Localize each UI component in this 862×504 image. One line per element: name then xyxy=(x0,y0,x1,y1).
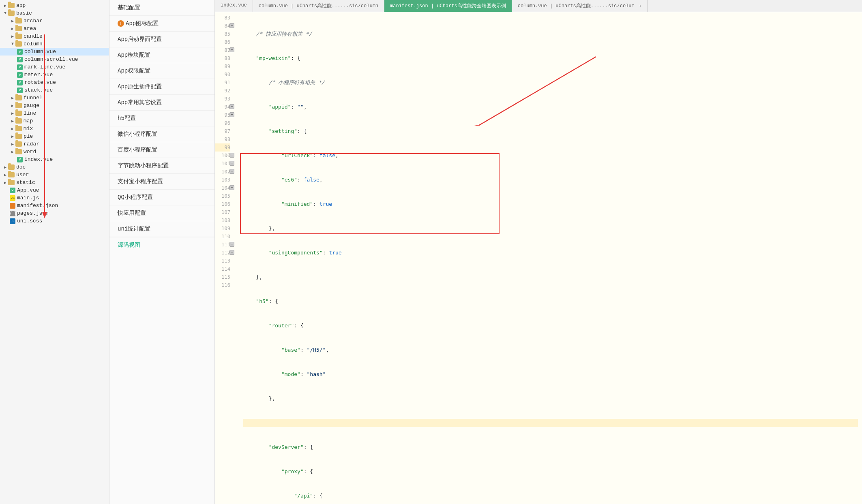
sidebar-item-uni-scss[interactable]: S uni.scss xyxy=(0,217,109,225)
sidebar-item-meter-vue[interactable]: V meter.vue xyxy=(0,71,109,79)
config-item-qq[interactable]: QQ小程序配置 xyxy=(109,190,214,205)
sidebar-item-funnel[interactable]: ▶ funnel xyxy=(0,94,109,102)
config-item-app-module[interactable]: App模块配置 xyxy=(109,47,214,63)
sidebar-item-line[interactable]: ▶ line xyxy=(0,109,109,117)
tab-bar[interactable]: index.vue column.vue | uCharts高性能......s… xyxy=(215,0,862,12)
sidebar-item-column-scroll-vue[interactable]: V column-scroll.vue xyxy=(0,56,109,63)
fold-icon-84[interactable]: − xyxy=(229,23,234,28)
chevron-right-icon: ▶ xyxy=(2,180,8,185)
sidebar-item-map[interactable]: ▶ map xyxy=(0,117,109,125)
config-item-baidu[interactable]: 百度小程序配置 xyxy=(109,142,214,158)
sidebar-item-pages-json[interactable]: { } pages.json xyxy=(0,209,109,217)
sidebar-item-label: area xyxy=(24,26,36,32)
config-panel[interactable]: 基础配置 ! App图标配置 App启动界面配置 App模块配置 App权限配置… xyxy=(109,0,215,504)
sidebar-item-pie[interactable]: ▶ pie xyxy=(0,132,109,140)
code-key: "devServer" xyxy=(269,444,304,450)
vue-file-icon: V xyxy=(17,157,23,162)
sidebar-item-mark-line-vue[interactable]: V mark-line.vue xyxy=(0,63,109,71)
fold-icon-100[interactable]: − xyxy=(229,153,234,158)
config-item-app-other[interactable]: App常用其它设置 xyxy=(109,95,214,111)
fold-icon-101[interactable]: − xyxy=(229,161,234,166)
sidebar-item-index-vue[interactable]: V index.vue xyxy=(0,156,109,163)
config-item-app-native[interactable]: App原生插件配置 xyxy=(109,79,214,95)
folder-icon xyxy=(8,3,15,8)
sidebar-item-main-js[interactable]: JS main.js xyxy=(0,194,109,202)
line-num-92: 92 xyxy=(215,87,230,95)
sidebar-item-column-vue[interactable]: V column.vue xyxy=(0,48,109,56)
line-num-97: 97 xyxy=(215,127,230,135)
line-num-91: 91 xyxy=(215,79,230,87)
config-item-wechat[interactable]: 微信小程序配置 xyxy=(109,126,214,142)
fold-icon-104[interactable]: − xyxy=(229,185,234,190)
sidebar-item-label: uni.scss xyxy=(17,218,42,224)
code-line-93: }, xyxy=(243,273,858,281)
line-num-89: 89 xyxy=(215,62,230,70)
line-num-100[interactable]: 100− xyxy=(215,152,230,160)
line-num-101[interactable]: 101− xyxy=(215,160,230,168)
line-num-111[interactable]: 111− xyxy=(215,241,230,249)
sidebar-item-app-vue[interactable]: V App.vue xyxy=(0,186,109,194)
config-item-uni-stats[interactable]: uni统计配置 xyxy=(109,221,214,237)
line-num-84[interactable]: 84− xyxy=(215,22,230,30)
fold-icon-95[interactable]: − xyxy=(229,112,234,117)
code-bool: false xyxy=(319,152,335,158)
code-key: "appid" xyxy=(269,104,291,110)
fold-icon-94[interactable]: − xyxy=(229,104,234,109)
line-num-87[interactable]: 87− xyxy=(215,46,230,54)
source-view-link[interactable]: 源码视图 xyxy=(109,237,214,253)
folder-icon xyxy=(15,126,22,131)
sidebar-item-rotate-vue[interactable]: V rotate.vue xyxy=(0,79,109,86)
config-item-label: h5配置 xyxy=(118,115,136,122)
sidebar-item-mix[interactable]: ▶ mix xyxy=(0,125,109,132)
config-item-label: 字节跳动小程序配置 xyxy=(118,162,169,169)
sidebar-item-candle[interactable]: ▶ candle xyxy=(0,32,109,40)
sidebar-item-manifest-json[interactable]: manifest.json xyxy=(0,202,109,209)
fold-icon-112[interactable]: − xyxy=(229,250,234,255)
folder-icon xyxy=(15,103,22,108)
chevron-right-icon: ▶ xyxy=(10,103,15,108)
code-line-86: "appid": "", xyxy=(243,103,858,111)
sidebar-item-stack-vue[interactable]: V stack.vue xyxy=(0,86,109,94)
sidebar-item-area[interactable]: ▶ area xyxy=(0,25,109,32)
fold-icon-87[interactable]: − xyxy=(229,47,234,52)
config-item-label: App原生插件配置 xyxy=(118,83,162,90)
config-item-app-permission[interactable]: App权限配置 xyxy=(109,63,214,79)
config-item-quickapp[interactable]: 快应用配置 xyxy=(109,205,214,221)
line-num-94[interactable]: 94− xyxy=(215,103,230,111)
code-line-89: "es6": false, xyxy=(243,176,858,184)
config-item-app-icon[interactable]: ! App图标配置 xyxy=(109,16,214,32)
config-item-h5[interactable]: h5配置 xyxy=(109,111,214,126)
sidebar-item-column[interactable]: ▼ column xyxy=(0,40,109,48)
line-num-104[interactable]: 104− xyxy=(215,184,230,192)
sidebar-item-user[interactable]: ▶ user xyxy=(0,171,109,179)
tab-index-vue[interactable]: index.vue xyxy=(215,0,253,12)
sidebar-item-static[interactable]: ▶ static xyxy=(0,179,109,186)
line-num-112[interactable]: 112− xyxy=(215,249,230,257)
config-item-bytedance[interactable]: 字节跳动小程序配置 xyxy=(109,158,214,174)
config-item-app-launch[interactable]: App启动界面配置 xyxy=(109,32,214,47)
tab-column-vue-2[interactable]: column.vue | uCharts高性能......sic/colum › xyxy=(512,0,648,12)
line-num-95[interactable]: 95− xyxy=(215,111,230,119)
code-editor[interactable]: index.vue column.vue | uCharts高性能......s… xyxy=(215,0,862,504)
config-item-basic[interactable]: 基础配置 xyxy=(109,0,214,16)
sidebar-item-doc[interactable]: ▶ doc xyxy=(0,163,109,171)
line-num-102[interactable]: 102− xyxy=(215,168,230,176)
file-tree[interactable]: ▶ app ▼ basic ▶ arcbar ▶ area ▶ candle ▼… xyxy=(0,0,109,504)
sidebar-item-app[interactable]: ▶ app xyxy=(0,2,109,9)
code-key: "base" xyxy=(281,347,300,353)
config-item-alipay[interactable]: 支付宝小程序配置 xyxy=(109,174,214,190)
sidebar-item-basic[interactable]: ▼ basic xyxy=(0,9,109,17)
code-key: "mode" xyxy=(281,371,300,377)
line-num-96: 96 xyxy=(215,119,230,127)
config-item-label: 微信小程序配置 xyxy=(118,130,157,138)
fold-icon-111[interactable]: − xyxy=(229,242,234,247)
sidebar-item-gauge[interactable]: ▶ gauge xyxy=(0,102,109,109)
tab-column-vue-1[interactable]: column.vue | uCharts高性能......sic/column xyxy=(253,0,384,12)
sidebar-item-word[interactable]: ▶ word xyxy=(0,148,109,156)
sidebar-item-label: doc xyxy=(16,164,26,170)
tab-manifest-json[interactable]: manifest.json | uCharts高性能跨全端图表示例 xyxy=(384,0,512,12)
folder-icon xyxy=(8,164,15,170)
sidebar-item-arcbar[interactable]: ▶ arcbar xyxy=(0,17,109,25)
sidebar-item-radar[interactable]: ▶ radar xyxy=(0,140,109,148)
fold-icon-102[interactable]: − xyxy=(229,169,234,174)
